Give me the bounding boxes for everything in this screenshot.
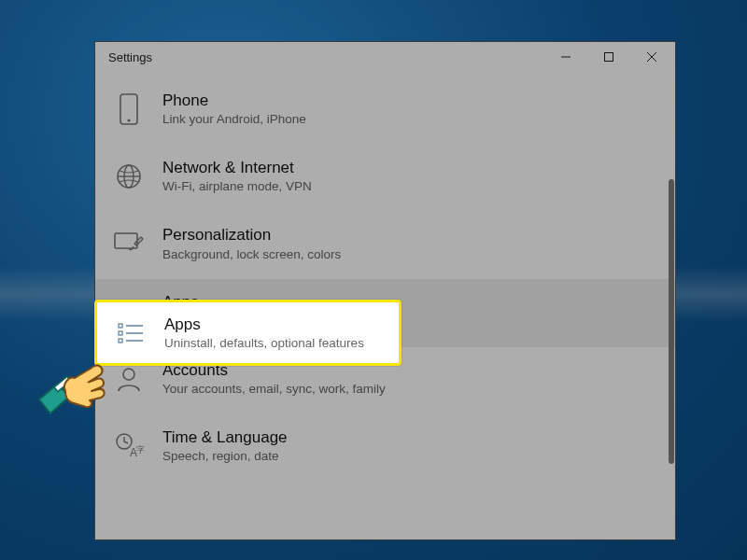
highlight-apps-callout: Apps Uninstall, defaults, optional featu… xyxy=(94,300,402,366)
desktop-background: Settings Phone Link your A xyxy=(0,0,747,560)
svg-rect-9 xyxy=(115,233,137,248)
minimize-button[interactable] xyxy=(544,42,587,72)
category-phone[interactable]: Phone Link your Android, iPhone xyxy=(95,77,675,145)
svg-point-5 xyxy=(127,119,130,121)
category-title: Time & Language xyxy=(162,427,653,447)
svg-point-16 xyxy=(123,369,134,380)
highlight-title: Apps xyxy=(164,315,364,334)
svg-rect-1 xyxy=(605,53,613,62)
category-title: Personalization xyxy=(162,225,653,245)
globe-icon xyxy=(112,160,146,193)
category-subtitle: Wi-Fi, airplane mode, VPN xyxy=(162,179,653,195)
settings-window: Settings Phone Link your A xyxy=(94,41,676,540)
category-time-language[interactable]: A字 Time & Language Speech, region, date xyxy=(95,414,675,482)
category-subtitle: Your accounts, email, sync, work, family xyxy=(162,382,653,398)
category-subtitle: Speech, region, date xyxy=(162,449,653,465)
scrollbar-thumb[interactable] xyxy=(669,179,674,464)
close-button[interactable] xyxy=(630,42,673,72)
category-title: Network & Internet xyxy=(162,158,653,177)
svg-rect-22 xyxy=(119,339,122,343)
category-subtitle: Link your Android, iPhone xyxy=(162,112,653,128)
phone-icon xyxy=(112,92,146,126)
list-icon xyxy=(114,316,148,350)
svg-rect-20 xyxy=(119,324,122,328)
window-titlebar: Settings xyxy=(95,42,675,72)
highlight-subtitle: Uninstall, defaults, optional features xyxy=(164,336,364,350)
maximize-button[interactable] xyxy=(587,42,630,72)
window-title: Settings xyxy=(108,50,152,64)
category-personalization[interactable]: Personalization Background, lock screen,… xyxy=(95,212,675,279)
category-network[interactable]: Network & Internet Wi-Fi, airplane mode,… xyxy=(95,145,675,212)
person-icon xyxy=(112,362,146,396)
svg-rect-21 xyxy=(119,331,122,335)
settings-category-list: Phone Link your Android, iPhone Network … xyxy=(95,72,675,482)
brush-icon xyxy=(112,227,146,260)
svg-text:字: 字 xyxy=(136,445,144,455)
category-title: Phone xyxy=(162,91,653,110)
language-icon: A字 xyxy=(112,429,146,463)
category-subtitle: Background, lock screen, colors xyxy=(162,247,653,263)
